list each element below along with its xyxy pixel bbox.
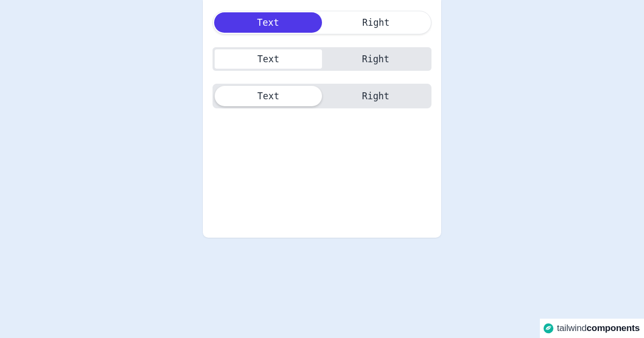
segment-right[interactable]: Right	[322, 86, 429, 106]
brand-badge: tailwindcomponents	[540, 319, 644, 338]
component-card: Text Right Text Right Text Right	[203, 0, 441, 238]
segment-left[interactable]: Text	[214, 12, 322, 33]
segment-right[interactable]: Right	[322, 49, 429, 69]
segmented-control-pill: Text Right	[213, 11, 431, 34]
segment-left[interactable]: Text	[215, 86, 322, 106]
segmented-control-flat: Text Right	[213, 47, 431, 71]
segment-right[interactable]: Right	[322, 12, 430, 33]
segment-left[interactable]: Text	[215, 49, 322, 69]
leaf-icon	[543, 323, 554, 334]
brand-text: tailwindcomponents	[557, 323, 640, 334]
segmented-control-raised: Text Right	[213, 84, 431, 108]
